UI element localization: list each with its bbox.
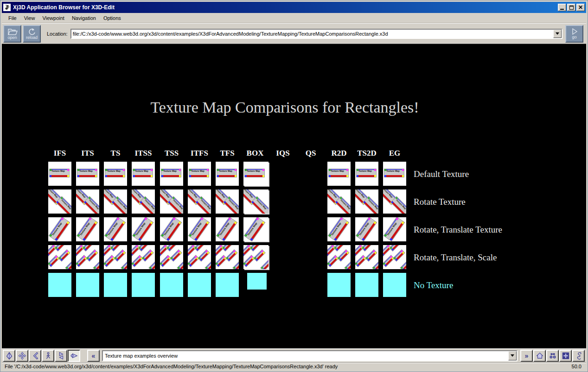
texture-cell-R2D-row1: Texture Map xyxy=(327,162,351,186)
texture-map-banner xyxy=(132,255,143,267)
script-icon xyxy=(575,352,583,360)
location-dropdown-button[interactable] xyxy=(553,30,562,38)
texture-map-banner: Texture Map xyxy=(244,169,265,177)
texture-cell-ITS-row1: Texture Map xyxy=(76,162,99,186)
open-button[interactable]: open xyxy=(3,25,21,43)
texture-cell-EG-row5 xyxy=(383,273,406,297)
texture-map-banner: Texture Map xyxy=(189,169,209,177)
frame-rate-value: 50.0 xyxy=(572,364,583,369)
column-header-TS: TS xyxy=(102,149,129,158)
texture-map-banner xyxy=(253,249,266,262)
column-header-TSS: TSS xyxy=(158,149,185,158)
menu-file[interactable]: File xyxy=(5,14,20,22)
texture-cell-TSS-row2: Texture MapTexture Map xyxy=(160,189,183,214)
texture-cell-EG-row3: Texture Map xyxy=(383,217,406,241)
fit-world-button[interactable] xyxy=(559,350,572,362)
texture-cell-TS-row1: Texture Map xyxy=(104,162,127,186)
texture-cell-TS2D-row2: Texture MapTexture Map xyxy=(355,189,378,214)
statusbar: File '/C:/x3d-code/www.web3d.org/x3d/con… xyxy=(2,362,586,370)
column-header-ITSS: ITSS xyxy=(129,149,157,158)
column-header-ITS: ITS xyxy=(74,149,102,158)
texture-map-banner xyxy=(260,259,268,269)
seek-nav-button[interactable] xyxy=(68,350,80,362)
titlebar[interactable]: Xj3D Application Browser for X3D-Edit ✕ xyxy=(2,2,586,13)
texture-cell-ITS-row3: Texture Map xyxy=(76,217,99,241)
texture-map-banner xyxy=(170,249,182,262)
row-label-none: No Texture xyxy=(414,280,453,290)
texture-cell-ITSS-row3: Texture Map xyxy=(132,217,155,241)
texture-cell-TS-row3: Texture Map xyxy=(104,217,127,241)
texture-map-banner xyxy=(86,249,98,262)
texture-map-banner: Texture Map xyxy=(217,169,237,177)
texture-cell-TS2D-row3: Texture Map xyxy=(355,217,378,241)
texture-cell-TSS-row4 xyxy=(160,245,183,269)
minimize-icon xyxy=(560,9,564,10)
fly-nav-button[interactable] xyxy=(3,350,15,362)
texture-map-banner xyxy=(216,255,227,267)
x3d-viewport[interactable]: Texture Map Comparisons for Rectangles! … xyxy=(2,44,586,348)
home-viewpoint-button[interactable] xyxy=(533,350,546,362)
viewpoint-dropdown-button[interactable] xyxy=(508,351,517,360)
menu-viewpoint[interactable]: Viewpoint xyxy=(38,14,68,22)
texture-map-banner xyxy=(58,249,70,262)
texture-map-banner xyxy=(148,259,155,269)
texture-map-banner: Texture Map xyxy=(356,169,377,177)
texture-cell-EG-row4 xyxy=(383,245,406,269)
texture-cell-BOX-row1: Texture Map xyxy=(243,162,268,186)
location-combobox xyxy=(70,29,562,39)
texture-cell-ITFS-row5 xyxy=(188,273,211,297)
go-button[interactable]: go xyxy=(565,25,583,43)
tilt-nav-button[interactable] xyxy=(55,350,67,362)
walk-nav-button[interactable] xyxy=(42,350,54,362)
texture-cell-R2D-row5 xyxy=(327,273,351,297)
pan-nav-button[interactable] xyxy=(16,350,28,362)
console-button[interactable] xyxy=(572,350,585,362)
texture-map-banner: Texture Map xyxy=(383,217,405,241)
row-label-rotate-translate-scale: Rotate, Translate, Scale xyxy=(414,252,497,263)
texture-map-banner xyxy=(65,259,71,269)
texture-cell-TFS-row5 xyxy=(216,273,239,297)
viewpoint-input[interactable] xyxy=(103,351,508,360)
texture-map-banner: Texture Map xyxy=(105,169,125,177)
close-button[interactable]: ✕ xyxy=(576,4,585,11)
menu-view[interactable]: View xyxy=(20,14,39,22)
examine-nav-button[interactable] xyxy=(29,350,41,362)
texture-map-banner xyxy=(188,255,199,267)
reload-button[interactable]: reload xyxy=(23,25,41,43)
texture-map-banner: Texture Map xyxy=(77,169,97,177)
texture-map-banner: Texture Map xyxy=(104,217,126,241)
texture-map-banner xyxy=(141,249,154,262)
app-window: Xj3D Application Browser for X3D-Edit ✕ … xyxy=(0,0,588,372)
folder-open-icon xyxy=(7,28,18,36)
texture-cell-TS-row4 xyxy=(104,245,127,269)
maximize-button[interactable] xyxy=(567,4,575,11)
texture-map-banner xyxy=(393,249,405,262)
open-button-label: open xyxy=(7,36,17,40)
texture-cell-ITS-row5 xyxy=(76,273,99,297)
texture-cell-R2D-row2: Texture MapTexture Map xyxy=(327,189,351,214)
previous-viewpoint-button[interactable]: « xyxy=(87,350,100,362)
next-viewpoint-button[interactable]: » xyxy=(520,350,533,362)
texture-cell-BOX-row2: Texture MapTexture Map xyxy=(243,189,268,214)
menubar: FileViewViewpointNavigationOptions xyxy=(2,13,586,23)
texture-cell-TSS-row5 xyxy=(160,273,183,297)
close-icon: ✕ xyxy=(578,5,583,10)
texture-map-banner: Texture Map xyxy=(160,217,182,241)
texture-cell-ITFS-row4 xyxy=(188,245,211,269)
texture-cell-BOX-row3: Texture Map xyxy=(243,217,268,241)
window-title: Xj3D Application Browser for X3D-Edit xyxy=(13,4,557,11)
menu-options[interactable]: Options xyxy=(100,14,125,22)
texture-cell-IFS-row1: Texture Map xyxy=(48,162,71,186)
look-at-button[interactable] xyxy=(546,350,559,362)
texture-cell-TS-row5 xyxy=(104,273,127,297)
texture-cell-ITS-row2: Texture MapTexture Map xyxy=(76,189,99,214)
texture-cell-ITS-row4 xyxy=(76,245,99,269)
column-header-ITFS: ITFS xyxy=(185,149,213,158)
go-button-label: go xyxy=(572,35,576,39)
menu-navigation[interactable]: Navigation xyxy=(68,14,100,22)
texture-map-banner xyxy=(160,255,172,267)
main-toolbar: open reload Location: go xyxy=(2,23,586,44)
minimize-button[interactable] xyxy=(558,4,566,11)
texture-cell-R2D-row3: Texture Map xyxy=(327,217,351,241)
location-input[interactable] xyxy=(71,30,553,38)
